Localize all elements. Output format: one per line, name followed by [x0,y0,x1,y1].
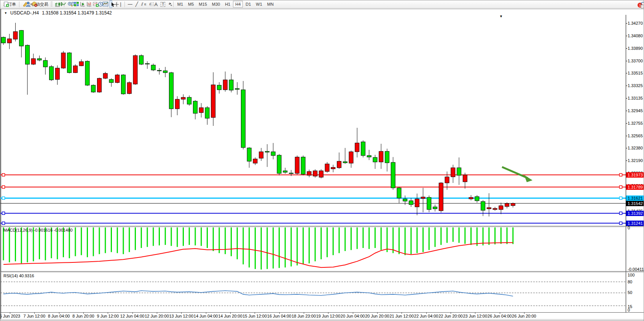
text-label-tool-button[interactable]: T [159,0,167,8]
separator-shadow [0,227,644,227]
fibonacci-tool-button[interactable]: F [148,0,153,8]
vertical-line-tool-button[interactable]: | [119,0,123,8]
horizontal-line-tool-button[interactable]: — [126,0,134,8]
candle-body [499,206,503,210]
timeframe-button-h4[interactable]: H4 [233,1,243,8]
chart-title-bar: ▼ USDCAD-,H4 1.31508 1.31554 1.31479 1.3… [4,10,112,16]
candle-body [493,208,497,210]
candle-body [379,151,383,162]
candle-body [475,197,479,201]
price-tick-label: 1.33135 [628,96,643,100]
timeframe-button-m5[interactable]: M5 [186,1,196,8]
price-axis-line [626,15,626,312]
bottom-scroll-strip[interactable] [0,319,644,321]
level-line-handle[interactable] [2,222,5,224]
candle-body [289,173,293,174]
arrows-shapes-icon [168,2,173,6]
chart-shift-icon [86,2,92,7]
candle-body [439,183,443,211]
bar-chart-mode-button[interactable] [53,0,56,8]
annotation-arrow-head[interactable] [524,175,532,182]
candle-body [271,152,275,156]
macd-panel-surface[interactable] [0,227,626,271]
timeframe-button-d1[interactable]: D1 [243,1,253,8]
date-label: 9 Jun 12:00 [97,314,119,318]
candle-body [283,171,287,172]
timeframe-button-m1[interactable]: M1 [175,1,185,8]
date-label: 6 Jun 2023 [0,314,20,318]
candle-body [55,68,59,79]
date-label: 13 Jun 12:00 [169,314,193,318]
candle-body [73,66,78,73]
level-line-handle[interactable] [620,222,622,224]
macd-rsi-separator[interactable] [0,271,644,272]
level-line-handle[interactable] [2,212,5,215]
trendline-icon: ╱ [135,2,138,6]
price-tick-mark [626,111,627,111]
candle-body [157,70,161,71]
price-tick-label: 1.32755 [628,121,643,126]
trendline-tool-button[interactable]: ╱ [134,0,140,8]
text-tool-label: A [155,2,158,7]
new-order-button[interactable]: 新订单 [2,0,18,8]
price-chart-surface[interactable] [0,15,626,226]
label-tool-label: T [161,2,165,7]
fibonacci-icon [150,2,155,6]
price-tick-label: 1.32380 [628,146,643,150]
cursor-tool-button[interactable] [109,0,112,8]
price-tick-label: 1.33890 [628,46,643,51]
timeframe-button-h1[interactable]: H1 [223,1,233,8]
annotation-arrow-shaft[interactable] [502,167,528,178]
macd-axis-max-label: 0 [628,226,630,230]
level-price-label-1.31973: 1.31973 [626,172,644,178]
template-icon [102,2,108,7]
level-price-label-1.31621: 1.31621 [626,195,644,201]
candle-body [103,73,107,78]
level-line-handle[interactable] [620,173,622,176]
candle-body [61,53,65,68]
crosshair-icon [114,2,119,7]
candle-body [2,37,6,43]
date-label: 21 Jun 12:00 [389,314,414,318]
candle-body [133,56,137,84]
candle-body [79,62,83,66]
rsi-axis-label-50: 50 [628,290,632,295]
date-label: 16 Jun 04:00 [267,314,292,318]
rsi-panel-surface[interactable] [0,272,626,312]
price-tick-mark [626,36,627,36]
level-line-handle[interactable] [620,212,622,215]
zoom-in-button[interactable] [66,0,69,8]
candle-body [361,142,365,156]
arrows-tool-button[interactable]: ▾ [167,0,172,8]
candle-body [217,85,222,90]
level-line-handle[interactable] [2,197,5,199]
candle-body [277,155,281,173]
candle-body [211,85,215,118]
auto-trading-button[interactable]: 自动交易 [30,0,50,8]
candle-body [175,99,179,109]
chart-collapse-icon[interactable]: ▼ [4,11,7,15]
timeframe-button-w1[interactable]: W1 [253,1,265,8]
candle-body [421,197,425,199]
timeframe-button-m30[interactable]: M30 [210,1,222,8]
level-line-handle[interactable] [2,173,5,176]
level-line-handle[interactable] [2,186,5,188]
equidistant-channel-icon: ⫽ [141,2,143,6]
price-tick-mark [626,123,627,124]
candle-body [481,202,485,210]
timeframe-button-m15[interactable]: M15 [196,1,209,8]
styler-button[interactable] [21,0,24,8]
level-line-handle[interactable] [620,186,622,188]
date-label: 26 Jun 20:00 [512,314,536,318]
main-macd-separator[interactable] [0,226,644,226]
candle-body [319,171,323,177]
date-label: 12 Jun 20:00 [145,314,169,318]
date-label: 14 Jun 20:00 [218,314,242,318]
timeframe-button-mn[interactable]: MN [265,1,276,8]
price-tick-label: 1.34080 [628,33,643,38]
date-label: 8 Jun 20:00 [72,314,94,318]
level-price-label-1.31241: 1.31241 [626,221,644,226]
channel-tool-button[interactable]: ⫽E [140,0,148,8]
level-line-handle[interactable] [620,197,622,199]
candle-body [301,157,305,174]
